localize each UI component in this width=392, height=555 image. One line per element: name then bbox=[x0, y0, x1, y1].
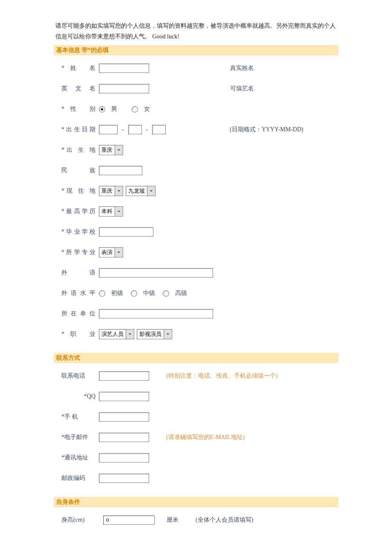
section-contact: 联系方式 bbox=[54, 353, 338, 363]
label-mobile: *手 机 bbox=[61, 413, 99, 421]
intro-text: 请尽可能多的如实填写您的个人信息，填写的资料越完整，被导演选中概率就越高。另外完… bbox=[55, 20, 337, 42]
date-sep-1: - bbox=[122, 126, 124, 133]
hint-height: (全体个人会员请填写) bbox=[179, 516, 337, 524]
chevron-down-icon bbox=[115, 248, 123, 257]
hint-email: (请准确填写您的E-MAIL地址) bbox=[149, 434, 337, 441]
edu-value: 本科 bbox=[101, 208, 112, 215]
residence-city-select[interactable]: 九龙坡 bbox=[126, 186, 156, 196]
email-input[interactable] bbox=[99, 433, 149, 442]
occ2-select[interactable]: 影视演员 bbox=[137, 329, 172, 339]
label-lv3: 高级 bbox=[175, 289, 187, 297]
birth-month-input[interactable] bbox=[128, 125, 142, 134]
label-ethnic: 民 族 bbox=[61, 167, 99, 174]
residence-city-value: 九龙坡 bbox=[128, 187, 145, 195]
occ1-value: 演艺人员 bbox=[101, 330, 124, 338]
radio-lv3[interactable] bbox=[163, 290, 169, 297]
birth-year-input[interactable] bbox=[99, 125, 118, 134]
label-postcode: 邮政编码 bbox=[61, 474, 99, 482]
date-sep-2: - bbox=[146, 126, 148, 133]
mobile-input[interactable] bbox=[99, 412, 149, 422]
phone-input[interactable] bbox=[99, 371, 149, 381]
label-female: 女 bbox=[144, 105, 150, 113]
label-major: *所学专业 bbox=[61, 249, 99, 256]
height-input[interactable] bbox=[103, 515, 155, 525]
name-input[interactable] bbox=[99, 64, 149, 73]
chevron-down-icon bbox=[147, 186, 155, 196]
label-lv2: 中级 bbox=[143, 289, 155, 297]
qq-input[interactable] bbox=[99, 392, 149, 401]
label-email: *电子邮件 bbox=[61, 434, 99, 441]
label-qq: *QQ bbox=[61, 393, 99, 400]
radio-male[interactable] bbox=[99, 106, 105, 113]
address-input[interactable] bbox=[99, 453, 149, 462]
hint-birth: (日期格式：YYYY-MM-DD) bbox=[166, 126, 337, 133]
occ1-select[interactable]: 演艺人员 bbox=[99, 329, 134, 339]
major-value: 表演 bbox=[101, 249, 112, 256]
chevron-down-icon bbox=[126, 330, 134, 339]
residence-province-select[interactable]: 重庆 bbox=[99, 186, 123, 196]
company-input[interactable] bbox=[99, 309, 213, 318]
ethnic-input[interactable] bbox=[99, 166, 142, 175]
chevron-down-icon bbox=[115, 145, 123, 155]
hint-ename: 可填艺名 bbox=[149, 85, 337, 92]
label-lv1: 初级 bbox=[111, 289, 123, 297]
hint-name: 真实姓名 bbox=[149, 64, 337, 72]
label-birth: *出生日期 bbox=[61, 126, 99, 133]
postcode-input[interactable] bbox=[99, 474, 149, 483]
edu-select[interactable]: 本科 bbox=[99, 206, 123, 217]
birthplace-select[interactable]: 重庆 bbox=[99, 145, 123, 155]
birth-day-input[interactable] bbox=[152, 125, 166, 134]
section-basic: 基本信息 带*的必填 bbox=[54, 45, 338, 55]
label-company: 所在单位 bbox=[61, 310, 99, 318]
label-edu: *最高学历 bbox=[61, 208, 99, 215]
label-school: *毕业学校 bbox=[61, 228, 99, 236]
birthplace-value: 重庆 bbox=[101, 146, 112, 154]
chevron-down-icon bbox=[115, 207, 123, 216]
ename-input[interactable] bbox=[99, 84, 149, 93]
height-unit: 厘米 bbox=[167, 516, 179, 524]
section-physical: 自身条件 bbox=[54, 497, 338, 507]
residence-province-value: 重庆 bbox=[101, 187, 112, 195]
school-input[interactable] bbox=[99, 227, 153, 237]
label-ename: 英 文 名 bbox=[61, 85, 99, 92]
chevron-down-icon bbox=[164, 330, 172, 339]
chevron-down-icon bbox=[115, 186, 123, 196]
label-occupation: *职 业 bbox=[61, 330, 99, 338]
label-birthplace: *出 生 地 bbox=[61, 146, 99, 154]
radio-lv2[interactable] bbox=[131, 290, 137, 297]
lang-input[interactable] bbox=[99, 268, 213, 278]
occ2-value: 影视演员 bbox=[139, 330, 161, 338]
label-lang: 外 语 bbox=[61, 269, 99, 277]
label-residence: *现 住 地 bbox=[61, 187, 99, 195]
label-phone: 联系电话 bbox=[61, 372, 99, 380]
label-male: 男 bbox=[111, 105, 117, 113]
radio-lv1[interactable] bbox=[99, 290, 105, 297]
major-select[interactable]: 表演 bbox=[99, 247, 123, 257]
label-langlevel: 外语水平 bbox=[61, 289, 99, 297]
label-gender: *性 别 bbox=[61, 105, 99, 113]
hint-phone: (特别注意：电话、传真、手机必须填一个) bbox=[149, 372, 337, 380]
radio-female[interactable] bbox=[132, 106, 138, 113]
label-address: *通讯地址 bbox=[61, 454, 99, 462]
label-name: *姓 名 bbox=[61, 64, 99, 72]
label-height: 身高(cm) bbox=[61, 516, 103, 524]
